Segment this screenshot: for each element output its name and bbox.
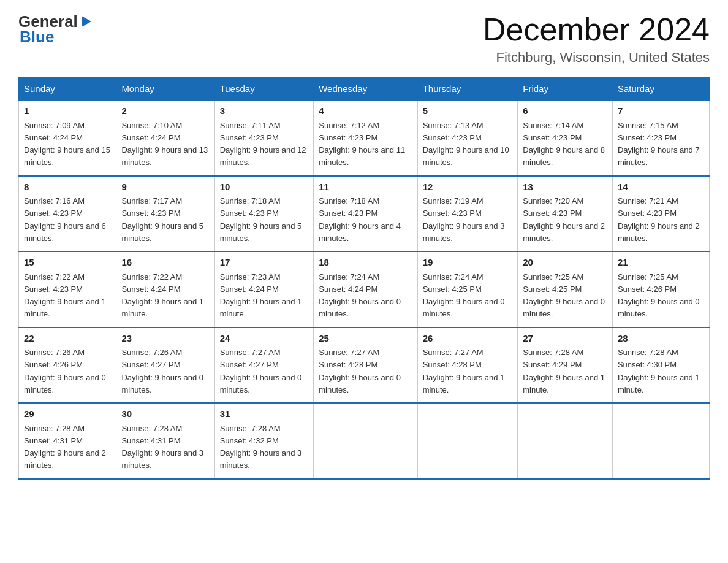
table-row: 12Sunrise: 7:19 AMSunset: 4:23 PMDayligh… (417, 176, 518, 252)
table-row: 9Sunrise: 7:17 AMSunset: 4:23 PMDaylight… (116, 176, 214, 252)
day-number: 12 (423, 180, 513, 194)
day-number: 13 (523, 180, 607, 194)
day-info: Sunrise: 7:28 AMSunset: 4:29 PMDaylight:… (523, 348, 605, 394)
calendar-week-row: 29Sunrise: 7:28 AMSunset: 4:31 PMDayligh… (19, 403, 710, 479)
day-number: 9 (121, 180, 209, 194)
day-info: Sunrise: 7:27 AMSunset: 4:28 PMDaylight:… (423, 348, 505, 394)
table-row: 2Sunrise: 7:10 AMSunset: 4:24 PMDaylight… (116, 101, 214, 176)
day-number: 18 (319, 256, 412, 270)
logo: General Blue (18, 12, 93, 47)
table-row: 3Sunrise: 7:11 AMSunset: 4:23 PMDaylight… (214, 101, 314, 176)
title-area: December 2024 Fitchburg, Wisconsin, Unit… (483, 12, 710, 66)
table-row: 1Sunrise: 7:09 AMSunset: 4:24 PMDaylight… (19, 101, 116, 176)
page-header: General Blue December 2024 Fitchburg, Wi… (18, 12, 710, 66)
day-number: 22 (24, 332, 111, 346)
table-row: 29Sunrise: 7:28 AMSunset: 4:31 PMDayligh… (19, 403, 116, 479)
day-number: 7 (618, 104, 704, 118)
day-number: 25 (319, 332, 412, 346)
day-info: Sunrise: 7:24 AMSunset: 4:25 PMDaylight:… (423, 272, 505, 319)
logo-blue-text: Blue (20, 28, 54, 47)
table-row: 8Sunrise: 7:16 AMSunset: 4:23 PMDaylight… (19, 176, 116, 252)
day-info: Sunrise: 7:28 AMSunset: 4:30 PMDaylight:… (618, 348, 700, 394)
calendar-week-row: 1Sunrise: 7:09 AMSunset: 4:24 PMDaylight… (19, 101, 710, 176)
day-info: Sunrise: 7:23 AMSunset: 4:24 PMDaylight:… (220, 272, 302, 319)
day-number: 19 (423, 256, 513, 270)
table-row: 10Sunrise: 7:18 AMSunset: 4:23 PMDayligh… (214, 176, 314, 252)
col-thursday: Thursday (417, 77, 518, 101)
table-row: 7Sunrise: 7:15 AMSunset: 4:23 PMDaylight… (612, 101, 709, 176)
day-number: 24 (220, 332, 309, 346)
day-info: Sunrise: 7:21 AMSunset: 4:23 PMDaylight:… (618, 196, 700, 243)
day-number: 6 (523, 104, 607, 118)
table-row (518, 403, 613, 479)
day-info: Sunrise: 7:16 AMSunset: 4:23 PMDaylight:… (24, 196, 106, 243)
day-number: 30 (121, 407, 209, 421)
day-info: Sunrise: 7:20 AMSunset: 4:23 PMDaylight:… (523, 196, 605, 243)
day-info: Sunrise: 7:22 AMSunset: 4:23 PMDaylight:… (24, 272, 106, 319)
table-row: 13Sunrise: 7:20 AMSunset: 4:23 PMDayligh… (518, 176, 613, 252)
table-row (417, 403, 518, 479)
day-number: 8 (24, 180, 111, 194)
day-info: Sunrise: 7:09 AMSunset: 4:24 PMDaylight:… (24, 121, 110, 167)
day-number: 17 (220, 256, 309, 270)
day-info: Sunrise: 7:27 AMSunset: 4:28 PMDaylight:… (319, 348, 401, 394)
day-info: Sunrise: 7:17 AMSunset: 4:23 PMDaylight:… (121, 196, 203, 243)
table-row: 31Sunrise: 7:28 AMSunset: 4:32 PMDayligh… (214, 403, 314, 479)
day-info: Sunrise: 7:25 AMSunset: 4:26 PMDaylight:… (618, 272, 700, 319)
day-info: Sunrise: 7:26 AMSunset: 4:26 PMDaylight:… (24, 348, 106, 394)
table-row: 22Sunrise: 7:26 AMSunset: 4:26 PMDayligh… (19, 327, 116, 404)
table-row: 26Sunrise: 7:27 AMSunset: 4:28 PMDayligh… (417, 327, 518, 404)
day-info: Sunrise: 7:19 AMSunset: 4:23 PMDaylight:… (423, 196, 505, 243)
col-tuesday: Tuesday (214, 77, 314, 101)
table-row: 30Sunrise: 7:28 AMSunset: 4:31 PMDayligh… (116, 403, 214, 479)
day-info: Sunrise: 7:27 AMSunset: 4:27 PMDaylight:… (220, 348, 302, 394)
table-row: 4Sunrise: 7:12 AMSunset: 4:23 PMDaylight… (314, 101, 417, 176)
day-number: 29 (24, 407, 111, 421)
svg-marker-0 (82, 16, 91, 27)
day-info: Sunrise: 7:11 AMSunset: 4:23 PMDaylight:… (220, 121, 306, 167)
day-info: Sunrise: 7:28 AMSunset: 4:32 PMDaylight:… (220, 424, 302, 470)
table-row: 21Sunrise: 7:25 AMSunset: 4:26 PMDayligh… (612, 251, 709, 327)
day-number: 2 (121, 104, 209, 118)
day-number: 14 (618, 180, 704, 194)
table-row: 25Sunrise: 7:27 AMSunset: 4:28 PMDayligh… (314, 327, 417, 404)
table-row: 19Sunrise: 7:24 AMSunset: 4:25 PMDayligh… (417, 251, 518, 327)
page-subtitle: Fitchburg, Wisconsin, United States (483, 50, 710, 66)
day-info: Sunrise: 7:18 AMSunset: 4:23 PMDaylight:… (220, 196, 302, 243)
table-row: 5Sunrise: 7:13 AMSunset: 4:23 PMDaylight… (417, 101, 518, 176)
day-info: Sunrise: 7:14 AMSunset: 4:23 PMDaylight:… (523, 121, 605, 167)
day-number: 26 (423, 332, 513, 346)
day-info: Sunrise: 7:22 AMSunset: 4:24 PMDaylight:… (121, 272, 203, 319)
day-number: 16 (121, 256, 209, 270)
table-row: 6Sunrise: 7:14 AMSunset: 4:23 PMDaylight… (518, 101, 613, 176)
day-number: 5 (423, 104, 513, 118)
day-number: 10 (220, 180, 309, 194)
page-title: December 2024 (483, 12, 710, 47)
col-saturday: Saturday (612, 77, 709, 101)
day-number: 21 (618, 256, 704, 270)
day-number: 31 (220, 407, 309, 421)
table-row: 14Sunrise: 7:21 AMSunset: 4:23 PMDayligh… (612, 176, 709, 252)
day-number: 15 (24, 256, 111, 270)
day-number: 27 (523, 332, 607, 346)
day-number: 28 (618, 332, 704, 346)
day-info: Sunrise: 7:25 AMSunset: 4:25 PMDaylight:… (523, 272, 605, 319)
table-row: 28Sunrise: 7:28 AMSunset: 4:30 PMDayligh… (612, 327, 709, 404)
day-number: 20 (523, 256, 607, 270)
day-number: 4 (319, 104, 412, 118)
col-monday: Monday (116, 77, 214, 101)
table-row: 20Sunrise: 7:25 AMSunset: 4:25 PMDayligh… (518, 251, 613, 327)
table-row: 27Sunrise: 7:28 AMSunset: 4:29 PMDayligh… (518, 327, 613, 404)
calendar-week-row: 22Sunrise: 7:26 AMSunset: 4:26 PMDayligh… (19, 327, 710, 404)
calendar-header-row: Sunday Monday Tuesday Wednesday Thursday… (19, 77, 710, 101)
day-number: 3 (220, 104, 309, 118)
day-number: 11 (319, 180, 412, 194)
day-info: Sunrise: 7:13 AMSunset: 4:23 PMDaylight:… (423, 121, 509, 167)
table-row (612, 403, 709, 479)
day-number: 1 (24, 104, 111, 118)
day-number: 23 (121, 332, 209, 346)
day-info: Sunrise: 7:28 AMSunset: 4:31 PMDaylight:… (24, 424, 106, 470)
day-info: Sunrise: 7:26 AMSunset: 4:27 PMDaylight:… (121, 348, 203, 394)
calendar-week-row: 15Sunrise: 7:22 AMSunset: 4:23 PMDayligh… (19, 251, 710, 327)
col-sunday: Sunday (19, 77, 116, 101)
